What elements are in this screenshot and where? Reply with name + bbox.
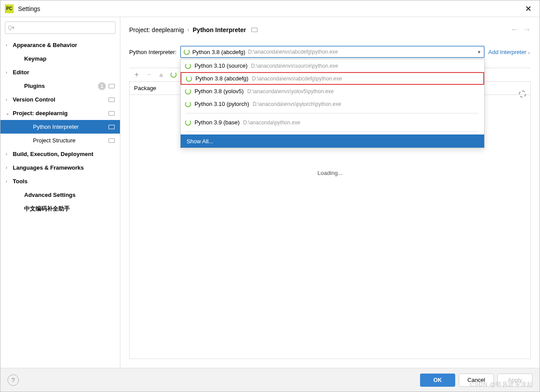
option-name: Python 3.8 (yolov5) [195,88,244,94]
interpreter-selected-name: Python 3.8 (abcdefg) [192,49,246,55]
dialog-footer: ? OK Cancel Apply [0,368,540,392]
titlebar: PC Settings ✕ [0,0,540,17]
chevron-icon: › [6,97,11,102]
nav-tree: ›Appearance & BehaviorKeymap›EditorPlugi… [0,38,120,368]
spinner-icon [185,88,191,94]
chevron-icon: › [6,152,11,156]
breadcrumb: Project: deeplearnig › Python Interprete… [120,17,540,42]
nav-item-3[interactable]: Plugins1 [0,79,120,93]
loading-text: Loading... [317,170,342,176]
option-name: Python 3.8 (abcdefg) [196,75,249,82]
refresh-button[interactable] [168,69,179,80]
option-path: D:\anaconda\python.exe [243,120,300,126]
nav-label: Build, Execution, Deployment [13,151,93,157]
nav-item-6[interactable]: Python Interpreter [0,120,120,134]
main-panel: Project: deeplearnig › Python Interprete… [120,17,540,368]
spinner-icon [185,63,191,69]
nav-label: Languages & Frameworks [13,164,84,171]
nav-label: Plugins [24,83,45,89]
nav-item-10[interactable]: ›Tools [0,174,120,188]
nav-label: 中文编码补全助手 [24,205,70,213]
spinner-icon [184,49,190,55]
upgrade-package-button[interactable]: ▲ [156,69,167,80]
nav-item-7[interactable]: Project Structure [0,134,120,147]
nav-label: Project Structure [33,137,76,144]
sidebar: Q▾ ›Appearance & BehaviorKeymap›EditorPl… [0,17,120,368]
interpreter-option-2[interactable]: Python 3.8 (yolov5)D:\anaconda\envs\yolo… [181,85,485,98]
forward-arrow-icon[interactable]: → [523,25,531,34]
breadcrumb-item-0[interactable]: Project: deeplearnig [129,26,184,33]
chevron-icon: › [6,179,11,184]
interpreter-combo[interactable]: Python 3.8 (abcdefg) D:\anaconda\envs\ab… [180,46,485,58]
dropdown-separator [186,131,479,132]
add-package-button[interactable]: + [131,69,142,80]
nav-label: Tools [13,178,28,185]
content: Q▾ ›Appearance & BehaviorKeymap›EditorPl… [0,17,540,368]
interpreter-option-0[interactable]: Python 3.10 (source)D:\anaconda\envs\sou… [181,59,485,72]
nav-item-12[interactable]: 中文编码补全助手 [0,202,120,215]
project-scope-icon [109,84,115,88]
project-scope-icon [109,125,115,129]
nav-label: Advanced Settings [24,192,76,198]
window-title: Settings [18,5,40,12]
option-name: Python 3.10 (pytorch) [195,101,249,107]
nav-label: Editor [13,69,29,76]
nav-item-4[interactable]: ›Version Control [0,93,120,106]
settings-window: PC Settings ✕ Q▾ ›Appearance & BehaviorK… [0,0,540,392]
chevron-icon: ⌄ [6,111,11,116]
chevron-icon: › [6,165,11,170]
project-scope-icon [251,28,257,32]
chevron-icon: › [6,70,11,75]
interpreter-row: Python Interpreter: Python 3.8 (abcdefg)… [120,42,540,63]
interpreter-option-1[interactable]: Python 3.8 (abcdefg)D:\anaconda\envs\abc… [181,72,485,85]
chevron-down-icon: ▼ [477,50,481,54]
nav-label: Version Control [13,96,55,103]
option-path: D:\anaconda\envs\pytorch\python.exe [253,101,341,107]
interpreter-option-base[interactable]: Python 3.9 (base) D:\anaconda\python.exe [181,116,485,129]
project-scope-icon [109,111,115,116]
nav-item-8[interactable]: ›Build, Execution, Deployment [0,147,120,161]
nav-label: Appearance & Behavior [13,42,77,48]
nav-item-9[interactable]: ›Languages & Frameworks [0,161,120,174]
nav-item-11[interactable]: Advanced Settings [0,188,120,202]
nav-label: Project: deeplearnig [13,110,68,116]
close-button[interactable]: ✕ [522,2,535,15]
nav-item-1[interactable]: Keymap [0,52,120,65]
project-scope-icon [109,138,115,143]
nav-item-5[interactable]: ⌄Project: deeplearnig [0,106,120,120]
add-interpreter-link[interactable]: Add Interpreter ⌄ [488,49,531,55]
count-badge: 1 [98,82,106,90]
watermark: CSDN @听风吹等浪起 [470,381,533,388]
back-arrow-icon[interactable]: ← [511,25,518,34]
search-input[interactable]: Q▾ [5,22,116,34]
spinner-icon [186,76,192,82]
spinner-icon [185,120,191,126]
remove-package-button[interactable]: − [143,69,155,80]
help-button[interactable]: ? [7,374,19,386]
interpreter-selector: Python 3.8 (abcdefg) D:\anaconda\envs\ab… [180,46,485,58]
dropdown-separator [186,113,479,113]
option-path: D:\anaconda\envs\yolov5\python.exe [247,88,334,94]
spinner-icon [185,101,191,107]
nav-item-2[interactable]: ›Editor [0,65,120,79]
interpreter-dropdown: Python 3.10 (source)D:\anaconda\envs\sou… [180,59,485,148]
option-path: D:\anaconda\envs\abcdefg\python.exe [252,76,342,82]
interpreter-label: Python Interpreter: [129,49,177,55]
loading-spinner-icon [519,91,526,98]
option-path: D:\anaconda\envs\source\python.exe [251,63,338,69]
nav-item-0[interactable]: ›Appearance & Behavior [0,38,120,52]
chevron-down-icon: ⌄ [527,50,531,54]
interpreter-option-3[interactable]: Python 3.10 (pytorch)D:\anaconda\envs\py… [181,98,485,110]
interpreter-selected-path: D:\anaconda\envs\abcdefg\python.exe [248,49,338,55]
ok-button[interactable]: OK [420,374,455,387]
project-scope-icon [109,98,115,102]
nav-history-arrows: ← → [511,25,531,34]
search-wrap: Q▾ [0,17,120,38]
nav-label: Keymap [24,55,47,62]
app-icon: PC [5,4,14,13]
option-name: Python 3.9 (base) [195,119,240,126]
breadcrumb-separator: › [188,27,189,33]
chevron-icon: › [6,43,11,47]
option-name: Python 3.10 (source) [195,62,248,69]
show-all-interpreters[interactable]: Show All... [181,134,485,148]
